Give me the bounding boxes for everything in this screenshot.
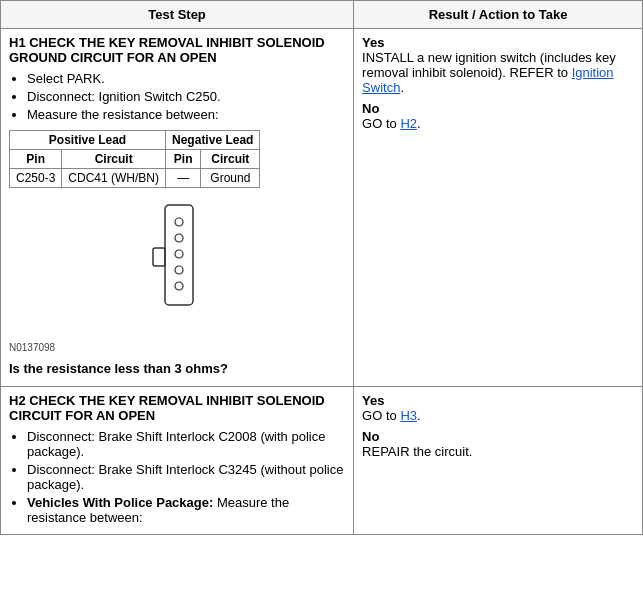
header-test-step: Test Step (1, 1, 354, 29)
image-label: N0137098 (9, 342, 345, 353)
header-result: Result / Action to Take (354, 1, 643, 29)
table-row: H1 CHECK THE KEY REMOVAL INHIBIT SOLENOI… (1, 29, 643, 387)
cell-circuit2: Ground (201, 169, 260, 188)
col-circuit1: Circuit (62, 150, 166, 169)
yes-link-h2[interactable]: H3 (400, 408, 417, 423)
yes-after-h2: . (417, 408, 421, 423)
no-after-h1: . (417, 116, 421, 131)
step-cell-h2: H2 CHECK THE KEY REMOVAL INHIBIT SOLENOI… (1, 387, 354, 535)
svg-point-4 (175, 250, 183, 258)
yes-text-h2: GO to (362, 408, 400, 423)
step-header-h1: H1 CHECK THE KEY REMOVAL INHIBIT SOLENOI… (9, 35, 345, 65)
no-label-h2: No (362, 429, 379, 444)
no-label-h1: No (362, 101, 379, 116)
no-text-h1: GO to (362, 116, 400, 131)
yes-label-h1: Yes (362, 35, 384, 50)
no-text-h2: REPAIR the circuit. (362, 444, 472, 459)
svg-point-3 (175, 234, 183, 242)
step-cell-h1: H1 CHECK THE KEY REMOVAL INHIBIT SOLENOI… (1, 29, 354, 387)
svg-point-5 (175, 266, 183, 274)
measurement-table: Positive Lead Negative Lead Pin Circuit … (9, 130, 260, 188)
result-cell-h1: Yes INSTALL a new ignition switch (inclu… (354, 29, 643, 387)
col-pin1: Pin (10, 150, 62, 169)
col-circuit2: Circuit (201, 150, 260, 169)
col-pin2: Pin (166, 150, 201, 169)
step-item: Vehicles With Police Package: Measure th… (27, 495, 345, 525)
step-item: Select PARK. (27, 71, 345, 86)
connector-illustration (137, 200, 217, 330)
cell-circuit1: CDC41 (WH/BN) (62, 169, 166, 188)
step-header-h2: H2 CHECK THE KEY REMOVAL INHIBIT SOLENOI… (9, 393, 345, 423)
main-table: Test Step Result / Action to Take H1 CHE… (0, 0, 643, 535)
result-cell-h2: Yes GO to H3. No REPAIR the circuit. (354, 387, 643, 535)
table-row: H2 CHECK THE KEY REMOVAL INHIBIT SOLENOI… (1, 387, 643, 535)
no-link-h1[interactable]: H2 (400, 116, 417, 131)
negative-lead-header: Negative Lead (166, 131, 260, 150)
svg-point-6 (175, 282, 183, 290)
svg-rect-1 (153, 248, 165, 266)
step-item: Disconnect: Brake Shift Interlock C3245 … (27, 462, 345, 492)
yes-label-h2: Yes (362, 393, 384, 408)
step-item: Disconnect: Brake Shift Interlock C2008 … (27, 429, 345, 459)
cell-pin1: C250-3 (10, 169, 62, 188)
svg-point-2 (175, 218, 183, 226)
yes-after-h1: . (400, 80, 404, 95)
positive-lead-header: Positive Lead (10, 131, 166, 150)
step-item: Disconnect: Ignition Switch C250. (27, 89, 345, 104)
cell-pin2: — (166, 169, 201, 188)
question-h1: Is the resistance less than 3 ohms? (9, 361, 345, 376)
step-item: Measure the resistance between: (27, 107, 345, 122)
